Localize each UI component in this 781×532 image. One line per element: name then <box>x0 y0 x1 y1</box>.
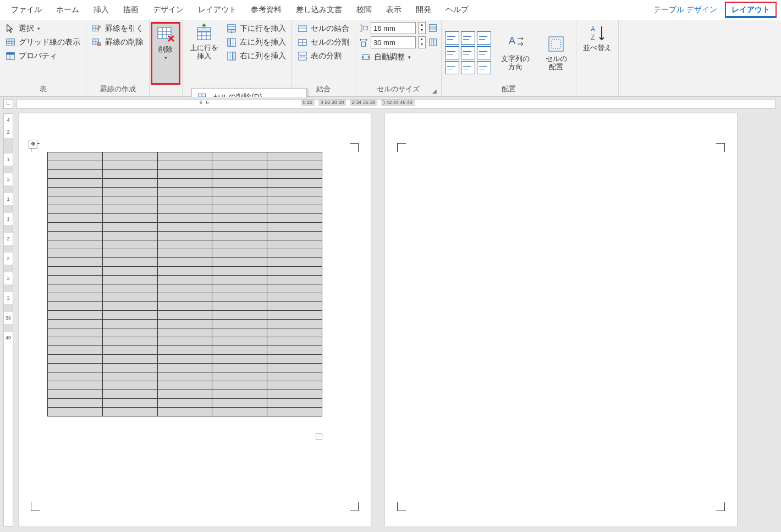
table-cell[interactable] <box>48 355 103 364</box>
row-height-input[interactable]: 16 mm <box>371 22 416 34</box>
align-top-left[interactable] <box>445 31 459 45</box>
table-cell[interactable] <box>102 364 157 372</box>
split-table-button[interactable]: 表の分割 <box>295 50 351 63</box>
table-cell[interactable] <box>212 399 267 408</box>
table-cell[interactable] <box>157 408 212 416</box>
table-cell[interactable] <box>157 214 212 223</box>
table-move-handle[interactable]: ✥ <box>29 140 37 149</box>
align-top-center[interactable] <box>461 31 475 45</box>
table-cell[interactable] <box>212 381 267 390</box>
table-cell[interactable] <box>212 337 267 346</box>
table-cell[interactable] <box>102 372 157 381</box>
table-cell[interactable] <box>267 188 322 196</box>
table-cell[interactable] <box>48 337 103 346</box>
table-cell[interactable] <box>48 214 103 223</box>
table-cell[interactable] <box>212 346 267 355</box>
table-cell[interactable] <box>157 372 212 381</box>
table-cell[interactable] <box>157 161 212 170</box>
align-bot-left[interactable] <box>445 61 459 74</box>
document-page-2[interactable] <box>385 113 737 526</box>
col-width-spinner[interactable]: ▲▼ <box>418 36 426 48</box>
table-cell[interactable] <box>48 328 103 337</box>
table-cell[interactable] <box>102 390 157 399</box>
properties-button[interactable]: プロパティ <box>3 50 82 63</box>
table-cell[interactable] <box>212 293 267 302</box>
table-cell[interactable] <box>157 293 212 302</box>
table-cell[interactable] <box>48 240 103 249</box>
table-cell[interactable] <box>212 232 267 240</box>
tab-design[interactable]: デザイン <box>146 2 190 18</box>
table-cell[interactable] <box>212 196 267 205</box>
col-width-input[interactable]: 30 mm <box>371 36 416 48</box>
table-cell[interactable] <box>157 328 212 337</box>
table-cell[interactable] <box>48 390 103 399</box>
dialog-launcher-icon[interactable]: ◢ <box>432 88 437 94</box>
tab-layout[interactable]: レイアウト <box>191 2 243 18</box>
table-cell[interactable] <box>48 223 103 232</box>
align-mid-right[interactable] <box>477 46 491 59</box>
merge-cells-button[interactable]: セルの結合 <box>295 22 351 35</box>
tab-table-layout[interactable]: レイアウト <box>725 2 777 18</box>
table-cell[interactable] <box>267 372 322 381</box>
align-bot-center[interactable] <box>461 61 475 74</box>
table-cell[interactable] <box>48 293 103 302</box>
table-cell[interactable] <box>267 267 322 276</box>
table-cell[interactable] <box>157 302 212 311</box>
table-cell[interactable] <box>267 320 322 328</box>
table-cell[interactable] <box>157 337 212 346</box>
table-cell[interactable] <box>267 161 322 170</box>
table-cell[interactable] <box>102 223 157 232</box>
table-cell[interactable] <box>102 267 157 276</box>
table-cell[interactable] <box>212 355 267 364</box>
table-cell[interactable] <box>102 302 157 311</box>
tab-draw[interactable]: 描画 <box>117 2 145 18</box>
table-cell[interactable] <box>212 284 267 293</box>
table-cell[interactable] <box>102 152 157 161</box>
table-cell[interactable] <box>48 258 103 267</box>
tab-developer[interactable]: 開発 <box>409 2 438 18</box>
table-cell[interactable] <box>102 196 157 205</box>
table-cell[interactable] <box>102 170 157 179</box>
table-cell[interactable] <box>48 284 103 293</box>
table-cell[interactable] <box>267 258 322 267</box>
table-cell[interactable] <box>267 381 322 390</box>
distribute-cols-icon[interactable] <box>428 37 438 47</box>
table-cell[interactable] <box>267 240 322 249</box>
table-cell[interactable] <box>267 276 322 284</box>
tab-references[interactable]: 参考資料 <box>244 2 288 18</box>
table-cell[interactable] <box>102 205 157 214</box>
table-cell[interactable] <box>267 408 322 416</box>
vertical-ruler[interactable]: 42131122333840 <box>3 113 13 526</box>
select-button[interactable]: 選択 ▾ <box>3 22 82 35</box>
table-cell[interactable] <box>157 205 212 214</box>
table-resize-handle[interactable] <box>316 434 322 440</box>
tab-table-design[interactable]: テーブル デザイン <box>647 2 724 18</box>
table-cell[interactable] <box>157 355 212 364</box>
table-cell[interactable] <box>267 214 322 223</box>
table-cell[interactable] <box>267 249 322 258</box>
table-cell[interactable] <box>48 311 103 320</box>
tab-file[interactable]: ファイル <box>4 2 48 18</box>
table-cell[interactable] <box>48 152 103 161</box>
table-cell[interactable] <box>212 267 267 276</box>
table-cell[interactable] <box>48 408 103 416</box>
table-cell[interactable] <box>48 205 103 214</box>
table-cell[interactable] <box>212 161 267 170</box>
table-cell[interactable] <box>157 311 212 320</box>
table-cell[interactable] <box>212 408 267 416</box>
draw-border-button[interactable]: 罫線を引く <box>90 22 146 35</box>
table-cell[interactable] <box>212 302 267 311</box>
table-cell[interactable] <box>48 161 103 170</box>
table-cell[interactable] <box>48 346 103 355</box>
table-cell[interactable] <box>102 408 157 416</box>
table-cell[interactable] <box>48 179 103 188</box>
table-cell[interactable] <box>157 249 212 258</box>
insert-above-button[interactable]: 上に行を挿入 <box>186 22 222 85</box>
tab-review[interactable]: 校閲 <box>350 2 378 18</box>
table-cell[interactable] <box>267 328 322 337</box>
table-cell[interactable] <box>48 372 103 381</box>
table-cell[interactable] <box>212 364 267 372</box>
table-cell[interactable] <box>102 293 157 302</box>
table-cell[interactable] <box>102 214 157 223</box>
table-cell[interactable] <box>157 381 212 390</box>
